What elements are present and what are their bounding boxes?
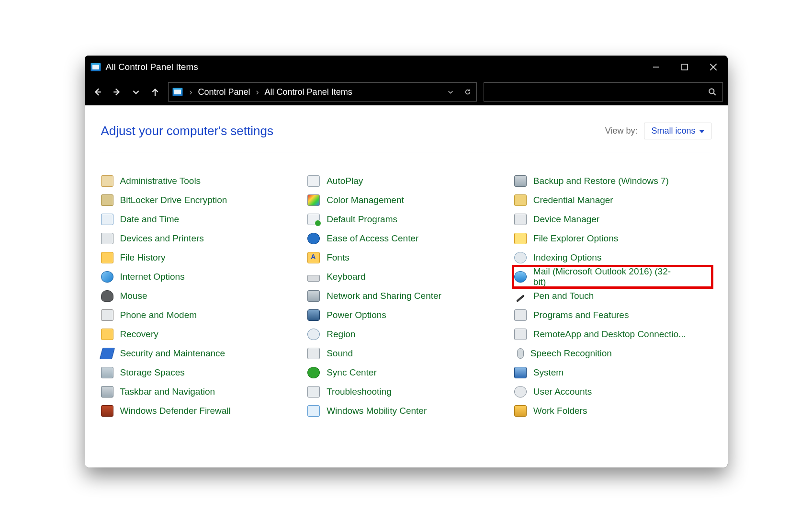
cp-item-label: Power Options	[327, 310, 386, 320]
address-bar[interactable]: › Control Panel › All Control Panel Item…	[168, 82, 477, 102]
cp-item-inet[interactable]: Internet Options	[101, 267, 298, 286]
remote-icon	[514, 329, 527, 340]
cp-item-index[interactable]: Indexing Options	[514, 248, 711, 267]
cp-item-label: Network and Sharing Center	[327, 291, 441, 301]
search-box[interactable]	[484, 82, 723, 102]
window-frame: All Control Panel Items	[85, 56, 728, 467]
cp-item-label: BitLocker Drive Encryption	[120, 195, 227, 205]
cp-item-mouse[interactable]: Mouse	[101, 286, 298, 306]
firewall-icon	[101, 405, 113, 417]
cp-item-label: Windows Defender Firewall	[120, 406, 231, 416]
chevron-down-icon	[699, 130, 704, 133]
cp-item-kb[interactable]: Keyboard	[307, 267, 505, 286]
cp-item-pen[interactable]: Pen and Touch	[514, 286, 711, 306]
cp-item-feo[interactable]: File Explorer Options	[514, 229, 711, 248]
power-icon	[307, 309, 320, 321]
chevron-right-icon: ›	[256, 87, 259, 97]
cp-item-system[interactable]: System	[514, 363, 711, 382]
mouse-icon	[101, 290, 113, 302]
cp-item-label: Internet Options	[120, 272, 185, 282]
cp-item-storage[interactable]: Storage Spaces	[101, 363, 298, 382]
cp-item-label: Color Management	[327, 195, 404, 205]
storage-icon	[101, 367, 113, 378]
forward-button[interactable]	[109, 82, 125, 102]
cp-item-work[interactable]: Work Folders	[514, 401, 711, 421]
inet-icon	[101, 271, 113, 283]
cp-item-devmgr[interactable]: Device Manager	[514, 210, 711, 229]
cp-item-mail[interactable]: Mail (Microsoft Outlook 2016) (32-bit)	[514, 267, 711, 286]
cp-item-ease[interactable]: Ease of Access Center	[307, 229, 505, 248]
cp-item-remote[interactable]: RemoteApp and Desktop Connectio...	[514, 325, 711, 344]
cp-item-label: Speech Recognition	[530, 348, 612, 359]
navigation-bar: › Control Panel › All Control Panel Item…	[85, 79, 728, 105]
cp-item-label: Credential Manager	[533, 195, 613, 205]
cp-item-devprint[interactable]: Devices and Printers	[101, 229, 298, 248]
back-button[interactable]	[90, 82, 106, 102]
cp-item-security[interactable]: Security and Maintenance	[101, 344, 298, 363]
refresh-button[interactable]	[459, 83, 476, 101]
cp-item-users[interactable]: User Accounts	[514, 382, 711, 401]
cp-item-taskbar[interactable]: Taskbar and Navigation	[101, 382, 298, 401]
cp-item-phone[interactable]: Phone and Modem	[101, 306, 298, 325]
cp-item-label: Backup and Restore (Windows 7)	[533, 176, 669, 186]
cp-item-power[interactable]: Power Options	[307, 306, 505, 325]
cp-item-label: User Accounts	[533, 387, 592, 397]
minimize-button[interactable]	[642, 56, 670, 79]
view-by-select[interactable]: Small icons	[644, 123, 711, 139]
region-icon	[307, 329, 320, 340]
admin-icon	[101, 175, 113, 187]
fonts-icon	[307, 252, 320, 263]
address-dropdown[interactable]	[442, 83, 459, 101]
cp-item-label: Default Programs	[327, 214, 397, 225]
cp-item-default[interactable]: Default Programs	[307, 210, 505, 229]
cp-item-cred[interactable]: Credential Manager	[514, 191, 711, 210]
cp-item-label: Security and Maintenance	[120, 348, 226, 359]
sync-icon	[307, 367, 320, 378]
cp-item-label: Phone and Modem	[120, 310, 197, 320]
date-icon	[101, 214, 113, 225]
cp-item-filehist[interactable]: File History	[101, 248, 298, 267]
work-icon	[514, 405, 527, 417]
cp-item-mobility[interactable]: Windows Mobility Center	[307, 401, 505, 421]
cp-item-label: Windows Mobility Center	[327, 406, 427, 416]
items-column: AutoPlayColor ManagementDefault Programs…	[307, 171, 505, 421]
up-button[interactable]	[147, 82, 163, 102]
close-button[interactable]	[699, 56, 728, 79]
cp-item-trouble[interactable]: Troubleshooting	[307, 382, 505, 401]
devprint-icon	[101, 233, 113, 244]
cp-item-firewall[interactable]: Windows Defender Firewall	[101, 401, 298, 421]
breadcrumb-current[interactable]: All Control Panel Items	[262, 85, 355, 99]
cp-item-recovery[interactable]: Recovery	[101, 325, 298, 344]
pen-icon	[516, 295, 525, 302]
cp-item-speech[interactable]: Speech Recognition	[514, 344, 711, 363]
items-grid: Administrative ToolsBitLocker Drive Encr…	[101, 171, 711, 421]
recovery-icon	[101, 329, 113, 340]
cp-item-sound[interactable]: Sound	[307, 344, 505, 363]
cp-item-sync[interactable]: Sync Center	[307, 363, 505, 382]
cp-item-color[interactable]: Color Management	[307, 191, 505, 210]
cp-item-autoplay[interactable]: AutoPlay	[307, 171, 505, 191]
cp-item-label: Region	[327, 329, 355, 340]
cp-item-bitlocker[interactable]: BitLocker Drive Encryption	[101, 191, 298, 210]
cp-item-label: Taskbar and Navigation	[120, 387, 215, 397]
history-dropdown[interactable]	[128, 82, 144, 102]
cp-item-label: Mail (Microsoft Outlook 2016) (32-bit)	[533, 266, 683, 287]
cp-item-label: File Explorer Options	[533, 233, 618, 244]
cred-icon	[514, 194, 527, 206]
cp-item-label: Device Manager	[533, 214, 599, 225]
cp-item-admin[interactable]: Administrative Tools	[101, 171, 298, 191]
cp-item-date[interactable]: Date and Time	[101, 210, 298, 229]
cp-item-label: Pen and Touch	[533, 291, 594, 301]
cp-item-backup[interactable]: Backup and Restore (Windows 7)	[514, 171, 711, 191]
maximize-button[interactable]	[670, 56, 699, 79]
default-icon	[307, 214, 320, 225]
header-row: Adjust your computer's settings View by:…	[101, 123, 711, 152]
breadcrumb-root[interactable]: Control Panel	[195, 85, 253, 99]
cp-item-progs[interactable]: Programs and Features	[514, 306, 711, 325]
cp-item-net[interactable]: Network and Sharing Center	[307, 286, 505, 306]
control-panel-icon	[172, 88, 183, 96]
cp-item-region[interactable]: Region	[307, 325, 505, 344]
cp-item-label: System	[533, 367, 564, 378]
cp-item-fonts[interactable]: Fonts	[307, 248, 505, 267]
cp-item-label: Indexing Options	[533, 252, 602, 263]
